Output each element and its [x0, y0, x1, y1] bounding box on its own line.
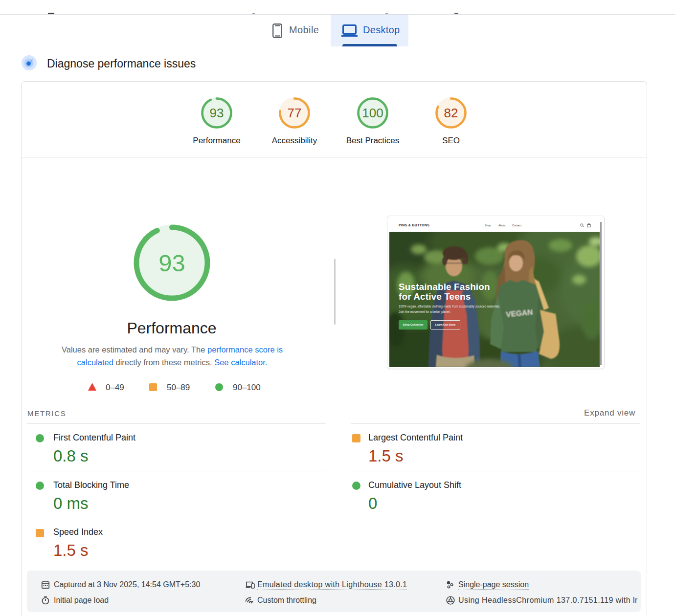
- svg-text:100: 100: [362, 106, 383, 120]
- svg-text:77: 77: [288, 106, 302, 120]
- svg-text:93: 93: [210, 106, 224, 120]
- svg-text:93: 93: [158, 250, 185, 276]
- svg-text:82: 82: [444, 106, 458, 120]
